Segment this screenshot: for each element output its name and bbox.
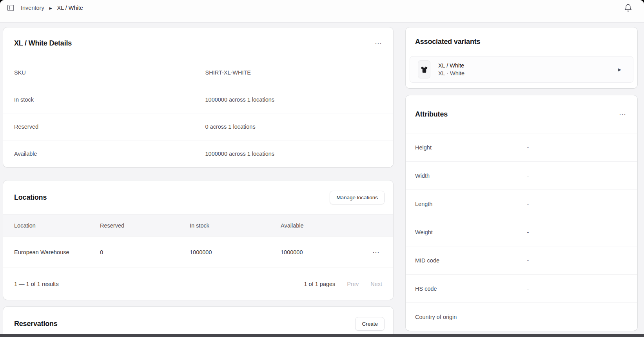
attribute-label: MID code <box>415 257 522 264</box>
attribute-row-hs-code: HS code - <box>406 274 637 302</box>
attribute-label: Weight <box>415 229 522 235</box>
topbar: Inventory ▶ XL / White <box>0 0 644 23</box>
ellipsis-icon: ⋯ <box>375 39 382 47</box>
detail-value: 1000000 across 1 locations <box>198 151 383 157</box>
detail-row-available: Available 1000000 across 1 locations <box>3 140 393 167</box>
create-reservation-button[interactable]: Create <box>355 317 385 331</box>
locations-table-header: Location Reserved In stock Available <box>3 214 393 237</box>
attribute-row-mid-code: MID code - <box>406 246 637 274</box>
side-column: Associated variants XL / White XL · Whit… <box>406 27 637 334</box>
manage-locations-button[interactable]: Manage locations <box>330 191 385 204</box>
attribute-row-country-of-origin: Country of origin <box>406 302 637 331</box>
next-page-button[interactable]: Next <box>370 281 382 287</box>
column-header-location: Location <box>14 222 100 229</box>
panel-left-icon <box>6 4 15 12</box>
breadcrumb: Inventory ▶ XL / White <box>21 5 83 11</box>
attribute-label: Height <box>415 144 522 151</box>
details-menu-button[interactable]: ⋯ <box>372 38 385 48</box>
attribute-label: Width <box>415 173 522 179</box>
column-header-in-stock: In stock <box>190 222 281 229</box>
detail-label: In stock <box>14 97 198 103</box>
attribute-row-weight: Weight - <box>406 218 637 246</box>
attribute-value: - <box>522 201 628 207</box>
sidebar-toggle-button[interactable] <box>6 4 15 12</box>
window-bottom-edge <box>0 334 644 337</box>
attribute-value: - <box>522 257 628 264</box>
shirt-icon <box>421 66 428 73</box>
prev-page-button[interactable]: Prev <box>347 281 359 287</box>
breadcrumb-current: XL / White <box>57 5 83 11</box>
breadcrumb-separator-icon: ▶ <box>49 6 52 10</box>
variant-thumbnail <box>418 60 430 78</box>
cell-available: 1000000 <box>281 249 365 255</box>
detail-value: SHIRT-XL-WHITE <box>198 69 383 76</box>
ellipsis-icon: ⋯ <box>372 248 380 256</box>
reservations-title: Reservations <box>14 320 58 328</box>
variant-details-card: XL / White Details ⋯ SKU SHIRT-XL-WHITE … <box>3 27 393 167</box>
cell-in-stock: 1000000 <box>190 249 281 255</box>
attribute-value: - <box>522 173 628 179</box>
detail-row-reserved: Reserved 0 across 1 locations <box>3 113 393 140</box>
ellipsis-icon: ⋯ <box>619 110 626 118</box>
attribute-row-width: Width - <box>406 161 637 189</box>
detail-value: 1000000 across 1 locations <box>198 97 383 103</box>
column-header-reserved: Reserved <box>100 222 190 229</box>
attribute-label: Length <box>415 201 522 207</box>
app-window: Inventory ▶ XL / White XL / White Detail… <box>0 0 644 334</box>
attribute-row-length: Length - <box>406 189 637 218</box>
attribute-value: - <box>522 286 628 292</box>
bell-icon <box>624 4 632 12</box>
associated-variants-title: Associated variants <box>406 27 637 55</box>
chevron-right-icon: ▶ <box>618 67 621 72</box>
detail-label: Available <box>14 151 198 157</box>
associated-variants-card: Associated variants XL / White XL · Whit… <box>406 27 637 88</box>
variant-options: XL · White <box>438 70 464 77</box>
attribute-row-height: Height - <box>406 133 637 161</box>
cell-reserved: 0 <box>100 249 190 255</box>
variant-item[interactable]: XL / White XL · White ▶ <box>410 56 633 83</box>
locations-card: Locations Manage locations Location Rese… <box>3 180 393 300</box>
locations-title: Locations <box>14 193 47 202</box>
attribute-value: - <box>522 229 628 235</box>
details-title: XL / White Details <box>14 39 72 47</box>
breadcrumb-inventory[interactable]: Inventory <box>21 5 44 11</box>
page-indicator: 1 of 1 pages <box>304 281 336 287</box>
attributes-card: Attributes ⋯ Height - Width - Length - W… <box>406 95 637 331</box>
detail-row-in-stock: In stock 1000000 across 1 locations <box>3 86 393 113</box>
notifications-button[interactable] <box>624 4 632 12</box>
pagination: 1 — 1 of 1 results 1 of 1 pages Prev Nex… <box>3 268 393 300</box>
main-column: XL / White Details ⋯ SKU SHIRT-XL-WHITE … <box>3 27 393 334</box>
attribute-label: Country of origin <box>415 314 522 320</box>
detail-label: Reserved <box>14 124 198 130</box>
variant-name: XL / White <box>438 62 464 69</box>
attribute-value: - <box>522 144 628 151</box>
detail-value: 0 across 1 locations <box>198 124 383 130</box>
detail-row-sku: SKU SHIRT-XL-WHITE <box>3 59 393 86</box>
table-row[interactable]: European Warehouse 0 1000000 1000000 ⋯ <box>3 237 393 268</box>
row-menu-button[interactable]: ⋯ <box>370 247 382 257</box>
results-count: 1 — 1 of 1 results <box>14 281 59 287</box>
cell-location: European Warehouse <box>14 249 100 255</box>
main-content: XL / White Details ⋯ SKU SHIRT-XL-WHITE … <box>0 23 644 334</box>
column-header-available: Available <box>281 222 365 229</box>
detail-label: SKU <box>14 69 198 76</box>
attribute-label: HS code <box>415 286 522 292</box>
reservations-card: Reservations Create <box>3 307 393 334</box>
attributes-title: Attributes <box>415 110 448 118</box>
attributes-menu-button[interactable]: ⋯ <box>617 109 629 119</box>
